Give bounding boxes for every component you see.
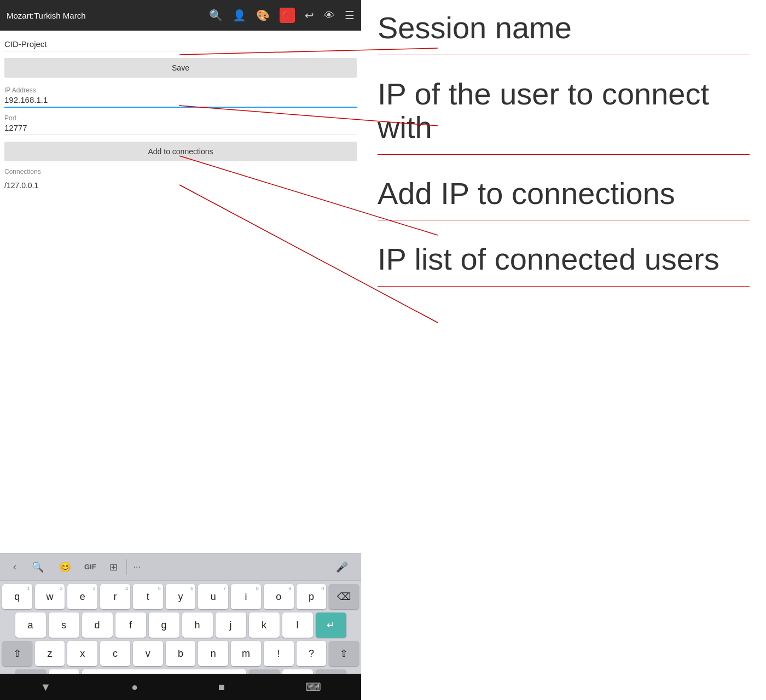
nav-back-icon[interactable]: ▼	[40, 681, 51, 693]
port-label: Port	[4, 114, 357, 122]
save-button[interactable]: Save	[4, 58, 357, 78]
key-d[interactable]: d	[82, 612, 113, 638]
key-n[interactable]: n	[198, 641, 228, 666]
right-panel: Session name IP of the user to connect w…	[361, 0, 766, 700]
key-t[interactable]: t5	[133, 584, 163, 609]
nav-home-icon[interactable]: ●	[131, 681, 138, 693]
palette-icon[interactable]: 🎨	[256, 9, 270, 22]
key-q[interactable]: q1	[2, 584, 32, 609]
ip-address-field[interactable]: 192.168.1.1	[4, 95, 357, 108]
key-w[interactable]: w2	[35, 584, 65, 609]
annotation-divider-3	[378, 220, 750, 220]
keyboard-mic-button[interactable]: 🎤	[328, 559, 356, 575]
connection-item: /127.0.0.1	[4, 179, 357, 192]
key-f[interactable]: f	[115, 612, 146, 638]
key-j[interactable]: j	[216, 612, 246, 638]
nav-bar: ▼ ● ■ ⌨	[0, 674, 361, 700]
keyboard-search-button[interactable]: 🔍	[24, 559, 51, 575]
keyboard: ‹ 🔍 😊 GIF ⊞ ··· 🎤 q1 w2 e3 r4 t5 y6 u7 i…	[0, 553, 361, 700]
keyboard-translate-button[interactable]: ⊞	[102, 559, 125, 575]
annotation-session-name-title: Session name	[378, 11, 750, 45]
annotation-ip-user: IP of the user to connect with	[378, 77, 750, 155]
ip-address-label: IP Address	[4, 86, 357, 94]
menu-icon[interactable]: ☰	[345, 9, 355, 22]
key-s[interactable]: s	[49, 612, 79, 638]
annotation-divider-1	[378, 55, 750, 55]
key-v[interactable]: v	[133, 641, 163, 666]
keyboard-separator	[126, 559, 127, 575]
key-x[interactable]: x	[67, 641, 97, 666]
app-title: Mozart:Turkish March	[7, 11, 200, 20]
keyboard-row-1: q1 w2 e3 r4 t5 y6 u7 i8 o9 p0 ⌫	[2, 584, 359, 609]
keyboard-back-button[interactable]: ‹	[5, 559, 24, 575]
key-question[interactable]: ?	[297, 641, 327, 666]
keyboard-gif-button[interactable]: GIF	[79, 561, 102, 573]
key-p[interactable]: p0	[297, 584, 327, 609]
key-c[interactable]: c	[100, 641, 130, 666]
key-a[interactable]: a	[15, 612, 46, 638]
key-i[interactable]: i8	[231, 584, 261, 609]
port-field[interactable]: 12777	[4, 123, 357, 135]
keyboard-row-2: a s d f g h j k l ↵	[2, 612, 359, 638]
key-shift-left[interactable]: ⇧	[2, 641, 32, 666]
annotation-session-name: Session name	[378, 11, 750, 55]
key-h[interactable]: h	[182, 612, 213, 638]
undo-icon[interactable]: ↩	[305, 9, 314, 22]
key-r[interactable]: r4	[100, 584, 130, 609]
annotation-divider-4	[378, 286, 750, 287]
keyboard-more-button[interactable]: ···	[128, 560, 146, 574]
keyboard-row-3: ⇧ z x c v b n m ! ? ⇧	[2, 641, 359, 666]
key-g[interactable]: g	[149, 612, 179, 638]
keyboard-toolbar: ‹ 🔍 😊 GIF ⊞ ··· 🎤	[0, 553, 361, 581]
nav-keyboard-icon[interactable]: ⌨	[305, 680, 321, 693]
person-icon[interactable]: 👤	[233, 9, 246, 22]
session-name-field[interactable]: CID-Project	[4, 39, 357, 51]
key-b[interactable]: b	[166, 641, 196, 666]
annotation-add-ip-title: Add IP to connections	[378, 177, 750, 211]
annotation-ip-user-title: IP of the user to connect with	[378, 77, 750, 144]
key-e[interactable]: e3	[67, 584, 97, 609]
annotation-ip-list-title: IP list of connected users	[378, 242, 750, 276]
left-panel: Mozart:Turkish March 🔍 👤 🎨 🚫 ↩ 👁 ☰ CID-P…	[0, 0, 361, 700]
key-y[interactable]: y6	[166, 584, 196, 609]
key-o[interactable]: o9	[264, 584, 294, 609]
key-exclamation[interactable]: !	[264, 641, 294, 666]
block-icon[interactable]: 🚫	[280, 8, 295, 23]
add-to-connections-button[interactable]: Add to connections	[4, 142, 357, 161]
connections-label: Connections	[4, 168, 357, 176]
toolbar-icons: 🔍 👤 🎨 🚫 ↩ 👁 ☰	[209, 8, 355, 23]
key-u[interactable]: u7	[198, 584, 228, 609]
key-z[interactable]: z	[35, 641, 65, 666]
annotation-add-ip: Add IP to connections	[378, 177, 750, 221]
nav-recent-icon[interactable]: ■	[218, 681, 225, 693]
toolbar: Mozart:Turkish March 🔍 👤 🎨 🚫 ↩ 👁 ☰	[0, 0, 361, 31]
keyboard-emoji-sticker-button[interactable]: 😊	[51, 559, 79, 575]
search-icon[interactable]: 🔍	[209, 9, 223, 22]
annotation-divider-2	[378, 154, 750, 155]
key-l[interactable]: l	[282, 612, 313, 638]
annotation-ip-list: IP list of connected users	[378, 242, 750, 287]
key-k[interactable]: k	[249, 612, 280, 638]
key-backspace[interactable]: ⌫	[329, 584, 359, 609]
key-m[interactable]: m	[231, 641, 261, 666]
key-enter[interactable]: ↵	[316, 612, 346, 638]
visibility-icon[interactable]: 👁	[324, 9, 335, 22]
key-shift-right[interactable]: ⇧	[329, 641, 359, 666]
